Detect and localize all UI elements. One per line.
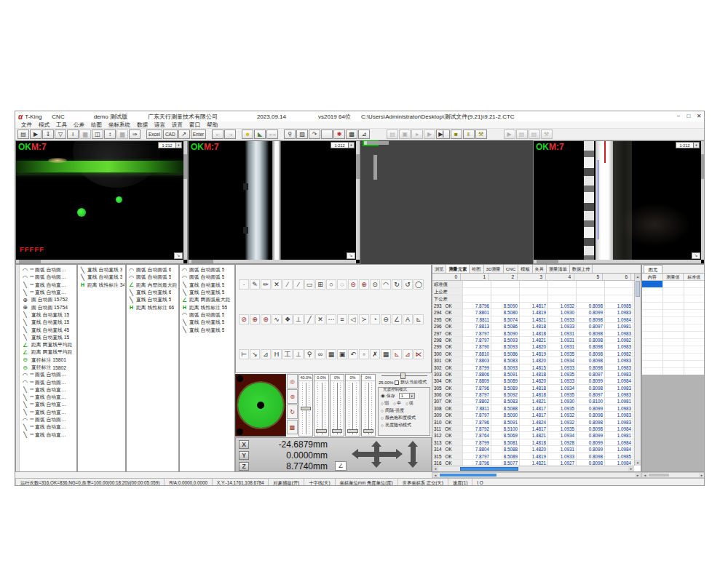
radio-level[interactable]: ○	[381, 401, 384, 406]
table-row[interactable]: 303OK 7.8806 8.5091 1.4818 1.0935 0.8097…	[432, 371, 634, 378]
arc-cw-icon[interactable]: ↻	[392, 279, 402, 290]
results-tab[interactable]: 绘图	[470, 265, 483, 273]
run-button[interactable]: ⚒	[475, 129, 487, 139]
table-row[interactable]: 312OK 7.8764 8.5069 1.4821 1.0934 0.8099…	[432, 432, 634, 439]
table-row[interactable]: 301OK 7.8803 8.5083 1.4820 1.0934 0.8098…	[432, 357, 634, 364]
select-region-icon[interactable]: ▫	[359, 349, 369, 359]
camera-view-3-selected[interactable]: OKM:7 1-212 ▾ ↘	[363, 140, 379, 146]
light-bulb-button[interactable]: ●	[242, 129, 253, 139]
blank-button[interactable]	[321, 129, 333, 139]
measure-element-item[interactable]: *** 直线 自动直…	[20, 394, 76, 401]
perpendicular-icon[interactable]: ⊥	[293, 314, 304, 324]
clover-tool-icon[interactable]: ❖	[282, 314, 293, 324]
table-row[interactable]: 309OK 7.8797 8.5090 1.4817 1.0932 0.8098…	[432, 412, 634, 418]
default-mode-checkbox[interactable]	[395, 380, 399, 385]
results-tab[interactable]: 夹具	[533, 265, 547, 273]
camera-view-2[interactable]: OKM:7 1-212 ▾ ↘	[188, 140, 360, 264]
circle-scan-icon[interactable]: ⊜	[348, 279, 358, 290]
scrollbar-thumb[interactable]	[460, 467, 518, 471]
table-row[interactable]: 294OK 7.8801 8.5080 1.4819 1.0930 0.8099…	[432, 309, 634, 316]
zoom-slider[interactable]	[381, 372, 427, 379]
converge-icon[interactable]: ≻	[359, 314, 369, 324]
open-button[interactable]: ▶	[30, 129, 41, 139]
measure-element-item[interactable]: 圆 自动圆 15754	[20, 303, 76, 311]
text-tool-icon[interactable]: A	[403, 314, 413, 324]
dist-datum-icon[interactable]: ⊥	[293, 349, 304, 359]
block-b-button[interactable]: ▆	[116, 129, 128, 139]
save-slot-select[interactable]: 1 ▾	[399, 393, 415, 399]
export-r-icon[interactable]: ⊿	[403, 349, 413, 359]
measure-element-item[interactable]: 直线 自动直线 15	[20, 334, 76, 341]
results-tab[interactable]: CNC	[504, 265, 518, 273]
results-horizontal-scrollbar[interactable]: ◂ ▸	[432, 472, 641, 478]
measure-element-item[interactable]: *** 直线 自动直…	[20, 401, 76, 408]
scroll-up-icon[interactable]: ▴	[635, 274, 641, 279]
cad-button[interactable]: CAD	[163, 129, 178, 139]
chart-button[interactable]: ⊿	[358, 129, 370, 139]
copy-elements-icon[interactable]: ▣	[337, 349, 347, 359]
measure-element-item[interactable]: 直线 自动直线 3	[78, 274, 125, 281]
handle-dot[interactable]	[237, 375, 243, 382]
circle-dashed-icon[interactable]: ◌	[337, 279, 347, 290]
table-row[interactable]: 305OK 7.8796 8.5089 1.4818 1.0934 0.8098…	[432, 385, 634, 391]
pause-button[interactable]: ‖	[463, 129, 475, 139]
pan-vertical-arrow[interactable]	[374, 447, 379, 462]
measure-element-item[interactable]: 直线 自动直线 6	[127, 289, 178, 296]
resize-handle-icon[interactable]: ↘	[174, 252, 183, 259]
delete-element-icon[interactable]: ✗	[370, 349, 380, 359]
camera-horizontal-scrollbar[interactable]	[189, 260, 356, 263]
measure-element-item[interactable]: 直径标注 15801	[20, 356, 76, 364]
rect-grid-icon[interactable]: ⊞	[315, 279, 325, 290]
scroll-left-icon[interactable]: ◂	[432, 466, 438, 471]
trace-button[interactable]: ↷	[309, 129, 320, 139]
save-as-button[interactable]: ▤	[387, 129, 398, 139]
measure-element-item[interactable]: 圆弧 自动圆弧 6	[127, 266, 178, 274]
notch-icon[interactable]: ◁	[348, 314, 358, 324]
measure-element-item[interactable]: 距离 线性标注 55	[180, 303, 234, 311]
balloon-label-icon[interactable]: ⚲	[304, 349, 314, 359]
ellipse-tool-icon[interactable]: ◯	[414, 279, 424, 290]
measure-element-item[interactable]: 距离 两圆弧最大距	[180, 296, 234, 303]
arc-ccw-icon[interactable]: ↺	[403, 279, 413, 290]
intersection-icon[interactable]: ✕	[272, 279, 282, 290]
measure-element-item[interactable]: 圆弧 自动圆弧 5	[127, 274, 178, 281]
menu-item[interactable]: 绘图	[91, 121, 102, 129]
arrow-right-button[interactable]: →	[224, 129, 236, 139]
scrollbar-thumb[interactable]	[649, 474, 669, 477]
measure-element-item[interactable]: 圆弧 自动圆弧 5	[180, 266, 234, 274]
handle-dot[interactable]	[237, 428, 243, 435]
save-2-button[interactable]: ▤	[516, 129, 528, 139]
cross-measure-icon[interactable]: ✕	[315, 314, 325, 324]
ellipse-scan-icon[interactable]: ⊘	[239, 314, 249, 324]
copy-set-button[interactable]: ▣	[399, 129, 411, 139]
panel-scrollbar[interactable]	[16, 265, 20, 471]
print-button[interactable]: ▤	[529, 129, 540, 139]
scroll-right-icon[interactable]: ▸	[635, 473, 641, 477]
line-set-icon[interactable]: ≡	[337, 314, 347, 324]
arrow-left-button[interactable]: ←	[212, 129, 223, 139]
wave-tool-icon[interactable]: ∿	[272, 314, 282, 324]
measure-element-item[interactable]: 圆 自动圆 15752	[20, 296, 76, 303]
measure-element-item[interactable]: *** 直线 自动直…	[20, 289, 76, 296]
results-tab[interactable]: 浏览	[432, 265, 446, 273]
measure-element-item[interactable]: *** 圆弧 自动圆…	[20, 416, 76, 423]
save-button[interactable]: ▤	[17, 129, 29, 139]
updown-button[interactable]: ↕	[104, 129, 116, 139]
radio-color-mode[interactable]: ○	[381, 415, 384, 420]
measure-element-item[interactable]: 直线 自动直线 3	[78, 266, 125, 274]
folder-button[interactable]: ▸	[411, 129, 423, 139]
arc-tool-icon[interactable]: ◠	[381, 279, 391, 290]
play-2-button[interactable]: ▶	[504, 129, 515, 139]
light-grid-icon[interactable]: ▩	[287, 420, 298, 434]
selected-cell[interactable]	[642, 281, 662, 287]
dist-point-line-icon[interactable]: ↘	[250, 349, 260, 359]
results-tab[interactable]: 模板	[518, 265, 532, 273]
star-button[interactable]: ✱	[333, 129, 345, 139]
menu-item[interactable]: 公差	[74, 121, 84, 129]
measure-element-item[interactable]: *** 直线 自动直…	[20, 282, 76, 289]
angle-tool-icon[interactable]: ∠	[392, 314, 402, 324]
scroll-right-icon[interactable]: ▸	[699, 473, 705, 477]
table-row[interactable]: 293OK 7.8796 8.5090 1.4817 1.0932 0.8098…	[432, 303, 634, 309]
measure-element-item[interactable]: *** 圆弧 自动圆…	[20, 378, 76, 386]
scrollbar-thumb[interactable]	[440, 474, 496, 477]
